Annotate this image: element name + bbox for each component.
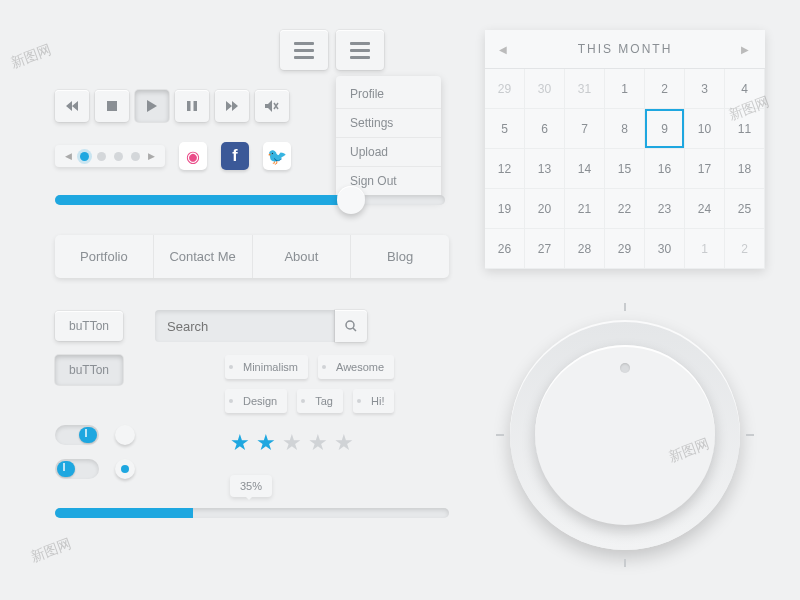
tab-about[interactable]: About	[253, 235, 352, 278]
rewind-icon	[66, 101, 78, 111]
star-icon[interactable]: ★	[230, 430, 250, 456]
tab-blog[interactable]: Blog	[351, 235, 449, 278]
calendar-day[interactable]: 29	[605, 229, 645, 269]
knob-indicator	[620, 363, 630, 373]
menu-item-upload[interactable]: Upload	[336, 138, 441, 167]
calendar-next[interactable]: ▶	[741, 44, 751, 55]
calendar-day[interactable]: 3	[685, 69, 725, 109]
tag[interactable]: Awesome	[318, 355, 394, 379]
calendar-day[interactable]: 29	[485, 69, 525, 109]
toggle-switch[interactable]	[55, 425, 99, 445]
pager-next[interactable]: ▶	[148, 151, 155, 161]
calendar-day[interactable]: 21	[565, 189, 605, 229]
star-icon[interactable]: ★	[282, 430, 302, 456]
calendar-day[interactable]: 20	[525, 189, 565, 229]
calendar-day[interactable]: 15	[605, 149, 645, 189]
pager: ◀ ▶	[55, 145, 165, 167]
tab-portfolio[interactable]: Portfolio	[55, 235, 154, 278]
forward-icon	[226, 101, 238, 111]
calendar-day[interactable]: 6	[525, 109, 565, 149]
stop-icon	[107, 101, 117, 111]
calendar-day[interactable]: 28	[565, 229, 605, 269]
stop-button[interactable]	[95, 90, 129, 122]
twitter-button[interactable]: 🐦	[263, 142, 291, 170]
pager-prev[interactable]: ◀	[65, 151, 72, 161]
radio-button[interactable]	[115, 459, 135, 479]
rewind-button[interactable]	[55, 90, 89, 122]
slider[interactable]	[55, 195, 445, 205]
tag[interactable]: Minimalism	[225, 355, 308, 379]
calendar-day[interactable]: 24	[685, 189, 725, 229]
calendar-day[interactable]: 12	[485, 149, 525, 189]
slider-fill	[55, 195, 351, 205]
calendar-day[interactable]: 19	[485, 189, 525, 229]
menu-item-profile[interactable]: Profile	[336, 80, 441, 109]
star-icon[interactable]: ★	[308, 430, 328, 456]
calendar-day[interactable]: 22	[605, 189, 645, 229]
tag[interactable]: Design	[225, 389, 287, 413]
progress-fill	[55, 508, 193, 518]
tag[interactable]: Hi!	[353, 389, 394, 413]
star-icon[interactable]: ★	[256, 430, 276, 456]
facebook-icon: f	[232, 147, 237, 165]
calendar-day[interactable]: 7	[565, 109, 605, 149]
calendar-day[interactable]: 27	[525, 229, 565, 269]
calendar-day[interactable]: 9	[645, 109, 685, 149]
calendar-day[interactable]: 23	[645, 189, 685, 229]
star-icon[interactable]: ★	[334, 430, 354, 456]
tag[interactable]: Tag	[297, 389, 343, 413]
calendar-day[interactable]: 5	[485, 109, 525, 149]
menu-item-settings[interactable]: Settings	[336, 109, 441, 138]
dribbble-icon: ◉	[186, 147, 200, 166]
knob-tick	[624, 303, 626, 311]
button-pressed[interactable]: buTTon	[55, 355, 123, 385]
calendar-day[interactable]: 14	[565, 149, 605, 189]
calendar-prev[interactable]: ◀	[499, 44, 509, 55]
forward-button[interactable]	[215, 90, 249, 122]
play-button[interactable]	[135, 90, 169, 122]
calendar-day[interactable]: 4	[725, 69, 765, 109]
mute-button[interactable]	[255, 90, 289, 122]
pause-icon	[187, 101, 197, 111]
media-controls	[55, 90, 289, 122]
calendar-day[interactable]: 18	[725, 149, 765, 189]
toggle-switch[interactable]	[55, 459, 99, 479]
slider-thumb[interactable]	[337, 186, 365, 214]
knob-dial[interactable]	[535, 345, 715, 525]
calendar-day[interactable]: 1	[605, 69, 645, 109]
calendar-day[interactable]: 30	[645, 229, 685, 269]
toggle-knob	[79, 427, 97, 443]
calendar-day[interactable]: 26	[485, 229, 525, 269]
knob-control	[490, 300, 760, 570]
button-normal[interactable]: buTTon	[55, 311, 123, 341]
calendar-day[interactable]: 2	[645, 69, 685, 109]
radio-button[interactable]	[115, 425, 135, 445]
calendar-day[interactable]: 31	[565, 69, 605, 109]
pager-dot[interactable]	[97, 152, 106, 161]
knob-tick	[496, 434, 504, 436]
play-icon	[147, 100, 157, 112]
facebook-button[interactable]: f	[221, 142, 249, 170]
pager-dot[interactable]	[114, 152, 123, 161]
menu-button-open[interactable]	[336, 30, 384, 70]
pager-dot[interactable]	[80, 152, 89, 161]
dribbble-button[interactable]: ◉	[179, 142, 207, 170]
pager-dot[interactable]	[131, 152, 140, 161]
menu-button[interactable]	[280, 30, 328, 70]
tab-contact[interactable]: Contact Me	[154, 235, 253, 278]
svg-rect-1	[187, 101, 191, 111]
calendar-day[interactable]: 30	[525, 69, 565, 109]
calendar-day[interactable]: 13	[525, 149, 565, 189]
search-input[interactable]	[155, 310, 335, 342]
calendar-day[interactable]: 8	[605, 109, 645, 149]
pause-button[interactable]	[175, 90, 209, 122]
star-rating: ★ ★ ★ ★ ★	[230, 430, 354, 456]
calendar-day[interactable]: 17	[685, 149, 725, 189]
search-button[interactable]	[335, 310, 367, 342]
calendar-day[interactable]: 1	[685, 229, 725, 269]
calendar-day[interactable]: 11	[725, 109, 765, 149]
calendar-day[interactable]: 10	[685, 109, 725, 149]
calendar-day[interactable]: 25	[725, 189, 765, 229]
calendar-day[interactable]: 2	[725, 229, 765, 269]
calendar-day[interactable]: 16	[645, 149, 685, 189]
